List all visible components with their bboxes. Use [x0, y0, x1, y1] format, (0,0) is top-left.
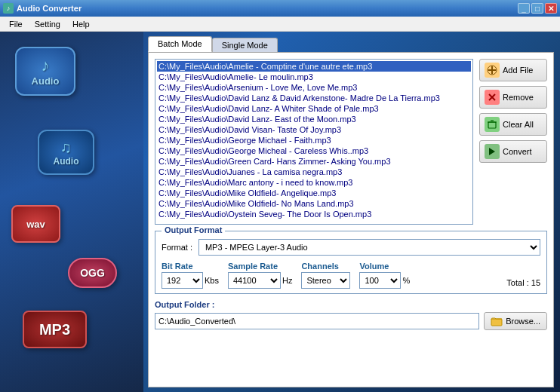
svg-rect-5 [488, 122, 496, 128]
left-panel: ♪ Audio ♫ Audio wav OGG MP3 [0, 32, 143, 392]
window-body: ♪ Audio ♫ Audio wav OGG MP3 B [0, 32, 560, 392]
samplerate-unit: Hz [282, 276, 292, 285]
tab-batch-mode[interactable]: Batch Mode [148, 36, 212, 52]
ogg-badge: OGG [68, 258, 117, 288]
menu-setting[interactable]: Setting [29, 18, 66, 30]
browse-button[interactable]: Browse... [484, 312, 547, 330]
app-title: Audio Converter [17, 4, 82, 13]
music-note-2: ♫ [60, 139, 72, 156]
file-list-item[interactable]: C:\My_Files\Audio\David Visan- Taste Of … [157, 124, 471, 135]
file-list-item[interactable]: C:\My_Files\Audio\David Lanz- East of th… [157, 114, 471, 124]
music-note-1: ♪ [42, 56, 50, 75]
title-bar: ♪ Audio Converter _ □ ✕ [0, 0, 560, 17]
menu-help[interactable]: Help [66, 18, 96, 30]
file-list-item[interactable]: C:\My_Files\Audio\Mike Oldfield- Angeliq… [157, 188, 471, 198]
volume-unit: % [402, 276, 410, 285]
samplerate-select[interactable]: 800011025220504410048000 [228, 272, 281, 289]
mp3-badge: MP3 [23, 311, 87, 348]
samplerate-group: Sample Rate 800011025220504410048000 Hz [228, 262, 292, 289]
volume-select[interactable]: 5075100125150 [359, 272, 401, 289]
remove-button[interactable]: Remove [479, 86, 547, 109]
folder-label: Output Folder : [155, 300, 547, 309]
action-buttons: Add File Remove Clear All [479, 59, 547, 225]
channels-select[interactable]: MonoStereo [301, 272, 350, 289]
svg-rect-9 [491, 319, 502, 326]
file-list-item[interactable]: C:\My_Files\Audio\Mike Oldfield- No Mans… [157, 198, 471, 209]
volume-label: Volume [359, 262, 410, 271]
format-row: Format : MP3 - MPEG Layer-3 AudioWAV - W… [162, 239, 540, 256]
folder-row: Browse... [155, 312, 547, 330]
window-controls: _ □ ✕ [518, 3, 557, 14]
channels-input-row: MonoStereo [301, 272, 350, 289]
file-list-item[interactable]: C:\My_Files\Audio\David Lanz & David Ark… [157, 93, 471, 103]
format-label: Format : [162, 243, 192, 252]
tab-single-mode[interactable]: Single Mode [212, 38, 278, 52]
channels-group: Channels MonoStereo [301, 262, 350, 289]
params-row: Bit Rate 6496128160192256320 Kbs Sample … [162, 262, 540, 289]
file-list-item[interactable]: C:\My_Files\Audio\Arsenium - Love Me, Lo… [157, 82, 471, 93]
file-list-item[interactable]: C:\My_Files\Audio\Green Card- Hans Zimme… [157, 156, 471, 167]
output-format-title: Output Format [162, 225, 225, 234]
file-list-item[interactable]: C:\My_Files\Audio\Juanes - La camisa neg… [157, 167, 471, 177]
channels-label: Channels [301, 262, 350, 271]
convert-button[interactable]: Convert [479, 140, 547, 163]
samplerate-label: Sample Rate [228, 262, 292, 271]
right-panel: Batch Mode Single Mode C:\My_Files\Audio… [143, 32, 560, 392]
bitrate-label: Bit Rate [162, 262, 219, 271]
wav-badge: wav [11, 205, 60, 243]
file-list-item[interactable]: C:\My_Files\Audio\Marc antony - i need t… [157, 177, 471, 188]
volume-group: Volume 5075100125150 % [359, 262, 410, 289]
format-select[interactable]: MP3 - MPEG Layer-3 AudioWAV - Waveform A… [198, 239, 540, 256]
file-section: C:\My_Files\Audio\Amelie - Comptine d'un… [155, 59, 547, 225]
maximize-button[interactable]: □ [531, 3, 543, 14]
convert-icon [485, 144, 500, 159]
file-list-item[interactable]: C:\My_Files\Audio\Amelie- Le moulin.mp3 [157, 72, 471, 82]
total-label: Total : 15 [506, 278, 540, 289]
audio-badge-2: ♫ Audio [38, 130, 94, 175]
minimize-button[interactable]: _ [518, 3, 530, 14]
left-panel-bg: ♪ Audio ♫ Audio wav OGG MP3 [0, 32, 143, 392]
file-list-item[interactable]: C:\My_Files\Audio\Oystein Seveg- The Doo… [157, 209, 471, 219]
content-area: C:\My_Files\Audio\Amelie - Comptine d'un… [148, 52, 554, 387]
bitrate-unit: Kbs [205, 276, 219, 285]
folder-input[interactable] [155, 313, 479, 329]
clear-all-button[interactable]: Clear All [479, 113, 547, 136]
file-list-item[interactable]: C:\My_Files\Audio\David Lanz- A Whiter S… [157, 103, 471, 114]
file-list-item[interactable]: C:\My_Files\Audio\Amelie - Comptine d'un… [157, 61, 471, 72]
bitrate-group: Bit Rate 6496128160192256320 Kbs [162, 262, 219, 289]
svg-rect-1 [491, 66, 493, 74]
clear-all-icon [485, 117, 500, 132]
output-folder-section: Output Folder : Browse... [155, 300, 547, 330]
add-file-button[interactable]: Add File [479, 59, 547, 81]
audio-badge-1: ♪ Audio [15, 47, 75, 96]
menu-bar: File Setting Help [0, 17, 560, 32]
volume-input-row: 5075100125150 % [359, 272, 410, 289]
bitrate-input-row: 6496128160192256320 Kbs [162, 272, 219, 289]
file-list-box[interactable]: C:\My_Files\Audio\Amelie - Comptine d'un… [155, 59, 473, 225]
file-list-item[interactable]: C:\My_Files\Audio\George Micheal - Carel… [157, 145, 471, 156]
menu-file[interactable]: File [3, 18, 29, 30]
samplerate-input-row: 800011025220504410048000 Hz [228, 272, 292, 289]
folder-icon [491, 315, 503, 327]
file-list-item[interactable]: C:\My_Files\Audio\George Michael - Faith… [157, 135, 471, 145]
remove-icon [485, 90, 500, 105]
close-button[interactable]: ✕ [545, 3, 557, 14]
svg-marker-8 [489, 148, 495, 155]
output-format-section: Output Format Format : MP3 - MPEG Layer-… [155, 231, 547, 294]
tab-bar: Batch Mode Single Mode [148, 36, 554, 52]
bitrate-select[interactable]: 6496128160192256320 [162, 272, 203, 289]
app-icon: ♪ [3, 3, 14, 14]
add-file-icon [485, 63, 500, 78]
